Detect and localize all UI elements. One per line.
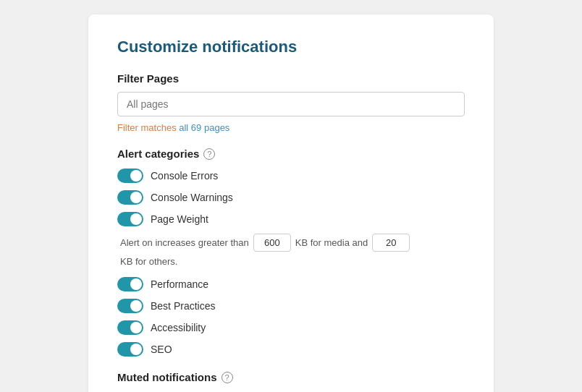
seo-label: SEO bbox=[151, 344, 172, 355]
filter-section-label: Filter Pages bbox=[117, 72, 465, 85]
muted-notifications-help-icon[interactable]: ? bbox=[222, 372, 233, 383]
media-kb-input[interactable] bbox=[253, 234, 291, 252]
console-errors-row: Console Errors bbox=[117, 169, 465, 183]
seo-row: SEO bbox=[117, 342, 465, 357]
console-errors-toggle[interactable] bbox=[117, 169, 143, 183]
performance-label: Performance bbox=[151, 278, 208, 290]
console-warnings-toggle[interactable] bbox=[117, 190, 143, 205]
media-unit-text: KB for media and bbox=[295, 237, 368, 248]
best-practices-toggle[interactable] bbox=[117, 299, 143, 313]
best-practices-row: Best Practices bbox=[117, 299, 465, 313]
alert-prefix-text: Alert on increases greater than bbox=[120, 237, 249, 248]
alert-categories-header: Alert categories ? bbox=[117, 148, 465, 160]
page-weight-row: Page Weight bbox=[117, 212, 465, 226]
performance-row: Performance bbox=[117, 277, 465, 291]
best-practices-label: Best Practices bbox=[151, 300, 215, 312]
muted-notifications-header: Muted notifications ? bbox=[117, 371, 465, 383]
console-errors-label: Console Errors bbox=[151, 170, 218, 182]
alert-categories-label: Alert categories bbox=[117, 148, 199, 160]
seo-toggle[interactable] bbox=[117, 342, 143, 357]
alert-threshold-row: Alert on increases greater than KB for m… bbox=[120, 234, 465, 267]
filter-match-link[interactable]: all 69 pages bbox=[179, 122, 229, 133]
alert-categories-help-icon[interactable]: ? bbox=[203, 148, 215, 160]
console-warnings-label: Console Warnings bbox=[151, 192, 233, 203]
accessibility-label: Accessibility bbox=[151, 322, 206, 333]
console-warnings-row: Console Warnings bbox=[117, 190, 465, 205]
muted-notifications-label: Muted notifications bbox=[117, 371, 217, 383]
page-weight-label: Page Weight bbox=[151, 213, 208, 225]
accessibility-toggle[interactable] bbox=[117, 320, 143, 335]
page-title: Customize notifications bbox=[117, 38, 465, 56]
performance-toggle[interactable] bbox=[117, 277, 143, 291]
filter-pages-input[interactable] bbox=[117, 92, 465, 116]
accessibility-row: Accessibility bbox=[117, 320, 465, 335]
muted-notifications-section: Muted notifications ? Mute changes from … bbox=[117, 371, 465, 392]
customize-notifications-card: Customize notifications Filter Pages Fil… bbox=[88, 14, 494, 392]
other-kb-input[interactable] bbox=[372, 234, 410, 252]
filter-match-text: Filter matches all 69 pages bbox=[117, 122, 465, 133]
other-unit-text: KB for others. bbox=[120, 256, 177, 267]
page-weight-toggle[interactable] bbox=[117, 212, 143, 226]
